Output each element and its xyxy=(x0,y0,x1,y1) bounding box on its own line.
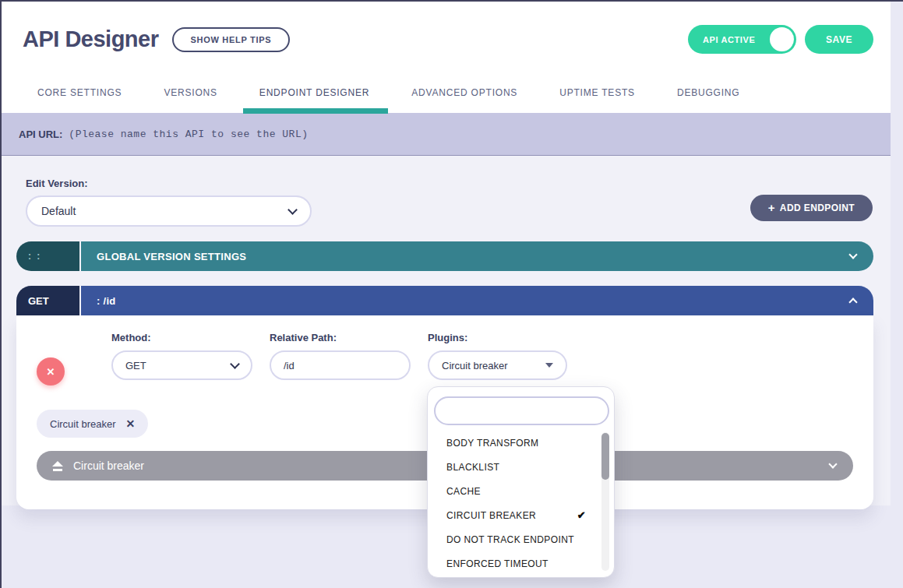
version-select[interactable]: Default xyxy=(26,195,312,227)
plugin-search-input[interactable] xyxy=(434,396,609,425)
check-icon: ✔ xyxy=(577,509,586,521)
dropdown-arrow-icon xyxy=(545,363,553,368)
add-endpoint-label: ADD ENDPOINT xyxy=(780,202,855,213)
header: API Designer SHOW HELP TIPS API ACTIVE S… xyxy=(2,2,891,113)
method-select[interactable]: GET xyxy=(111,350,252,380)
endpoint-block: GET : /id ✕ Method: GET xyxy=(2,286,891,509)
plugin-option-cache[interactable]: CACHE xyxy=(428,479,614,503)
plugins-label: Plugins: xyxy=(428,332,567,343)
chevron-down-icon[interactable] xyxy=(828,459,837,468)
plugin-option-do-not-track[interactable]: DO NOT TRACK ENDPOINT xyxy=(428,527,614,551)
version-row: Edit Version: Default + ADD ENDPOINT xyxy=(26,156,873,227)
endpoint-header[interactable]: : /id xyxy=(81,286,873,315)
tab-bar: CORE SETTINGS VERSIONS ENDPOINT DESIGNER… xyxy=(2,87,891,108)
delete-endpoint-button[interactable]: ✕ xyxy=(37,357,65,386)
api-url-value: (Please name this API to see the URL) xyxy=(69,129,308,140)
option-label: DO NOT TRACK ENDPOINT xyxy=(446,534,574,545)
endpoint-panel: ✕ Method: GET Relative Path: Plugins: xyxy=(16,315,873,509)
endpoint-designer-content: Edit Version: Default + ADD ENDPOINT : :… xyxy=(2,156,891,505)
chevron-down-icon[interactable] xyxy=(848,250,857,259)
tab-versions[interactable]: VERSIONS xyxy=(164,87,217,108)
chevron-down-icon xyxy=(230,359,240,369)
api-designer-page: API Designer SHOW HELP TIPS API ACTIVE S… xyxy=(2,2,891,505)
plugin-option-enforced-timeout[interactable]: ENFORCED TIMEOUT xyxy=(428,551,614,576)
plugins-select-value: Circuit breaker xyxy=(442,360,508,371)
tab-debugging[interactable]: DEBUGGING xyxy=(677,87,740,108)
add-endpoint-button[interactable]: + ADD ENDPOINT xyxy=(750,195,873,221)
option-label: BLACKLIST xyxy=(446,462,499,473)
tab-uptime-tests[interactable]: UPTIME TESTS xyxy=(559,87,635,108)
plugin-option-circuit-breaker[interactable]: CIRCUIT BREAKER ✔ xyxy=(428,503,614,527)
method-label: Method: xyxy=(111,332,252,343)
endpoint-header-bar: GET : /id xyxy=(16,286,873,315)
show-help-tips-button[interactable]: SHOW HELP TIPS xyxy=(172,27,291,52)
drag-handle[interactable]: : : xyxy=(16,241,79,271)
plus-icon: + xyxy=(768,201,775,214)
chevron-up-icon[interactable] xyxy=(848,298,857,306)
page-title: API Designer xyxy=(23,26,159,52)
eject-icon xyxy=(52,461,63,471)
method-field: Method: GET xyxy=(111,332,252,380)
close-icon: ✕ xyxy=(47,366,55,378)
relative-path-label: Relative Path: xyxy=(270,332,411,343)
version-select-value: Default xyxy=(41,205,76,217)
toggle-knob-icon[interactable] xyxy=(770,27,794,51)
relative-path-input[interactable] xyxy=(270,350,411,380)
global-version-settings-label: GLOBAL VERSION SETTINGS xyxy=(97,251,246,262)
scrollbar-thumb[interactable] xyxy=(601,433,609,480)
api-url-bar: API URL: (Please name this API to see th… xyxy=(2,113,891,156)
edit-version-label: Edit Version: xyxy=(26,178,873,189)
option-label: BODY TRANSFORM xyxy=(446,438,539,449)
plugin-bar-label: Circuit breaker xyxy=(73,459,144,472)
endpoint-path-label: : /id xyxy=(97,295,116,307)
api-active-toggle[interactable]: API ACTIVE xyxy=(688,25,796,54)
option-label: CACHE xyxy=(446,486,481,497)
relative-path-field: Relative Path: xyxy=(270,332,411,380)
option-label: ENFORCED TIMEOUT xyxy=(446,558,549,569)
plugins-field: Plugins: Circuit breaker xyxy=(428,332,567,380)
tab-endpoint-designer[interactable]: ENDPOINT DESIGNER xyxy=(259,87,369,108)
api-active-label: API ACTIVE xyxy=(703,35,755,44)
selected-plugin-chip: Circuit breaker ✕ xyxy=(37,410,148,438)
remove-plugin-icon[interactable]: ✕ xyxy=(126,417,136,430)
global-version-settings-bar: : : GLOBAL VERSION SETTINGS xyxy=(16,241,873,271)
endpoint-method-badge[interactable]: GET xyxy=(16,286,79,315)
chip-label: Circuit breaker xyxy=(50,418,116,430)
chevron-down-icon xyxy=(287,205,298,215)
plugins-dropdown: BODY TRANSFORM BLACKLIST CACHE CIRCUIT B… xyxy=(427,386,615,578)
tab-core-settings[interactable]: CORE SETTINGS xyxy=(37,87,122,108)
plugins-select[interactable]: Circuit breaker xyxy=(428,350,567,380)
plugin-options-list: BODY TRANSFORM BLACKLIST CACHE CIRCUIT B… xyxy=(428,431,614,576)
method-select-value: GET xyxy=(125,360,146,371)
option-label: CIRCUIT BREAKER xyxy=(446,510,536,521)
tab-advanced-options[interactable]: ADVANCED OPTIONS xyxy=(411,87,517,108)
save-button[interactable]: SAVE xyxy=(805,25,873,54)
plugin-option-blacklist[interactable]: BLACKLIST xyxy=(428,455,614,479)
global-version-settings-header[interactable]: GLOBAL VERSION SETTINGS xyxy=(81,241,873,271)
api-url-label: API URL: xyxy=(19,129,62,140)
plugin-option-body-transform[interactable]: BODY TRANSFORM xyxy=(428,431,614,455)
